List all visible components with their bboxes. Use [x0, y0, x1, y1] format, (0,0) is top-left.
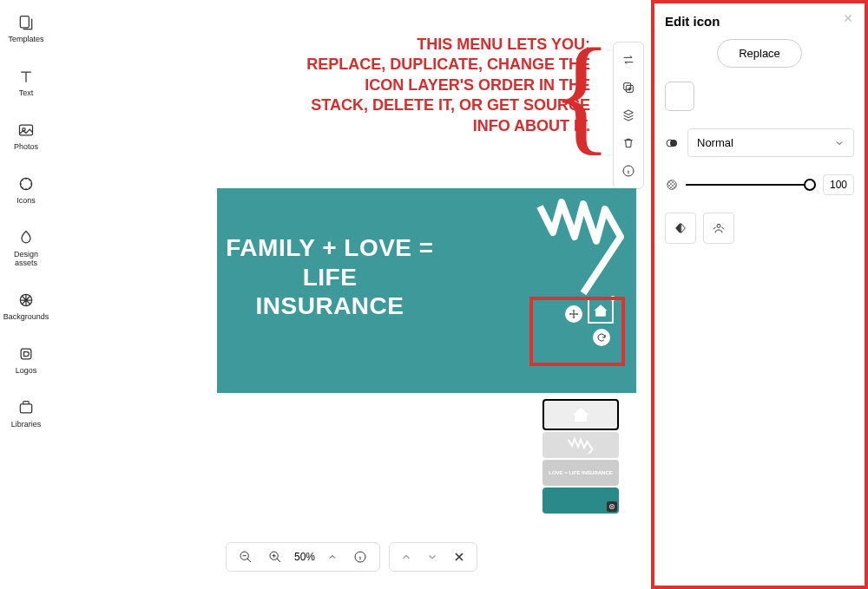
scribble-graphic[interactable] [536, 193, 631, 298]
sidebar-item-text[interactable]: Text [0, 61, 52, 104]
bottom-toolbar: 50% [226, 542, 477, 572]
zoom-menu-button[interactable] [324, 550, 341, 564]
crop-button[interactable] [703, 213, 734, 244]
info-icon [353, 550, 367, 564]
icons-icon [17, 175, 35, 193]
svg-point-18 [667, 180, 677, 190]
next-button[interactable] [423, 549, 442, 565]
sidebar-label: Libraries [11, 420, 42, 429]
layer-thumb-icon[interactable] [542, 399, 619, 430]
sidebar-item-photos[interactable]: Photos [0, 115, 52, 158]
annotation-brace: { [550, 42, 613, 146]
svg-point-15 [670, 140, 677, 147]
zoom-out-icon [239, 550, 253, 564]
chevron-down-icon [834, 138, 845, 148]
sidebar-label: Icons [16, 196, 36, 205]
sidebar-label: Text [19, 88, 34, 97]
duplicate-button[interactable] [614, 74, 643, 101]
chevron-up-icon [400, 551, 412, 563]
annotation-line: INFO ABOUT IT. [306, 116, 590, 136]
close-panel-button[interactable] [842, 12, 854, 28]
svg-rect-0 [20, 16, 29, 28]
replace-icon-button[interactable] [614, 46, 643, 74]
zoom-in-button[interactable] [265, 548, 286, 566]
opacity-slider[interactable] [686, 184, 816, 186]
background-lock-icon [607, 501, 617, 512]
zoom-controls: 50% [226, 542, 380, 572]
sidebar-item-icons[interactable]: Icons [0, 168, 52, 212]
opacity-row [665, 174, 854, 195]
chevron-up-icon [327, 552, 338, 562]
annotation-line: ICON LAYER'S ORDER IN THE [306, 75, 590, 95]
layer-thumb-text[interactable]: LOVE = LIFE INSURANCE [542, 460, 619, 486]
canvas-area: THIS MENU LETS YOU: REPLACE, DUPLICATE, … [52, 0, 651, 589]
libraries-icon [17, 399, 35, 416]
info-button[interactable] [614, 157, 643, 185]
flip-horizontal-button[interactable] [665, 213, 696, 244]
text-icon [17, 68, 35, 85]
transform-actions [665, 213, 854, 244]
edit-icon-panel: Edit icon Replace Normal [651, 0, 868, 589]
sidebar-item-templates[interactable]: Templates [0, 7, 52, 50]
layer-thumb-background[interactable] [542, 488, 619, 514]
blend-mode-row: Normal [665, 128, 854, 157]
sidebar-item-backgrounds[interactable]: Backgrounds [0, 285, 52, 328]
layers-icon [621, 108, 635, 122]
layer-thumb-scribble[interactable] [542, 432, 619, 458]
swap-icon [621, 53, 635, 67]
close-icon [452, 550, 466, 564]
svg-rect-6 [20, 404, 31, 413]
annotation-line: THIS MENU LETS YOU: [306, 35, 590, 55]
photos-icon [17, 121, 35, 139]
house-icon [570, 404, 591, 425]
svg-point-19 [717, 224, 720, 227]
sidebar-label: Backgrounds [3, 312, 49, 321]
reorder-button[interactable] [614, 101, 643, 129]
color-swatch[interactable] [665, 82, 694, 111]
canvas-info-button[interactable] [350, 548, 371, 566]
close-nav-button[interactable] [449, 548, 470, 566]
replace-button[interactable]: Replace [717, 39, 802, 68]
opacity-input[interactable] [823, 174, 854, 195]
flip-h-icon [674, 221, 687, 235]
panel-title: Edit icon [665, 14, 854, 29]
close-icon [842, 12, 854, 24]
design-assets-icon [17, 229, 35, 246]
logos-icon [17, 345, 35, 363]
sidebar-item-logos[interactable]: Logos [0, 338, 52, 382]
zoom-in-icon [268, 550, 282, 564]
icon-context-menu [613, 42, 644, 189]
duplicate-icon [621, 81, 635, 95]
sidebar-item-design-assets[interactable]: Design assets [0, 222, 52, 274]
templates-icon [17, 14, 35, 31]
left-sidebar: Templates Text Photos Icons Design asset… [0, 0, 52, 589]
design-headline[interactable]: FAMILY + LOVE = LIFE INSURANCE [226, 233, 434, 321]
backgrounds-icon [17, 291, 35, 309]
prev-button[interactable] [397, 549, 416, 565]
sidebar-item-libraries[interactable]: Libraries [0, 392, 52, 435]
opacity-icon [665, 178, 679, 192]
delete-button[interactable] [614, 129, 643, 157]
layer-stack: LOVE = LIFE INSURANCE [542, 399, 619, 515]
info-icon [621, 164, 635, 178]
zoom-out-button[interactable] [235, 548, 256, 566]
nav-controls [389, 542, 477, 572]
annotation-line: STACK, DELETE IT, OR GET SOURCE [306, 95, 590, 115]
blend-mode-select[interactable]: Normal [687, 128, 854, 157]
crop-icon [712, 221, 726, 235]
annotation-highlight-box [529, 297, 625, 366]
sidebar-label: Logos [16, 366, 37, 375]
sidebar-label: Templates [8, 35, 43, 43]
sidebar-label: Design assets [3, 250, 49, 267]
trash-icon [621, 136, 635, 150]
annotation-line: REPLACE, DUPLICATE, CHANGE THE [306, 55, 590, 75]
blend-mode-value: Normal [697, 136, 733, 149]
zoom-level: 50% [294, 551, 315, 563]
svg-rect-5 [21, 349, 31, 359]
sidebar-label: Photos [14, 142, 38, 151]
annotation-callout: THIS MENU LETS YOU: REPLACE, DUPLICATE, … [306, 35, 590, 136]
slider-thumb[interactable] [804, 179, 816, 191]
blend-icon [665, 136, 679, 150]
chevron-down-icon [426, 551, 438, 563]
layer-text-label: LOVE = LIFE INSURANCE [549, 470, 613, 475]
